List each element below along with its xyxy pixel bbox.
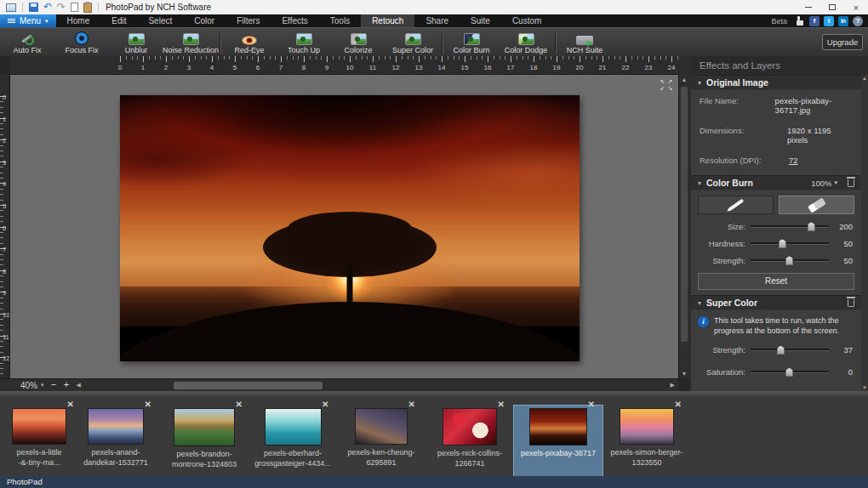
close-icon[interactable]: ✕ (588, 400, 595, 409)
slider-thumb[interactable] (777, 345, 785, 355)
thumbnail-item-selected[interactable]: ✕ pexels-pixabay-36717 (514, 406, 602, 476)
brush-tool-button[interactable] (698, 196, 774, 214)
thumbnail-image[interactable] (88, 408, 144, 445)
scroll-up-icon[interactable]: ▲ (861, 76, 868, 81)
filmstrip-divider[interactable]: ▾ (0, 391, 868, 397)
tab-retouch[interactable]: Retouch (361, 14, 414, 27)
tab-effects[interactable]: Effects (271, 14, 318, 27)
slider-thumb[interactable] (808, 222, 815, 231)
original-image-section-header[interactable]: ▾ Original Image (691, 75, 861, 90)
noise-reduction-button[interactable]: Noise Reduction (163, 29, 218, 56)
delete-effect-icon[interactable] (848, 299, 854, 307)
thumbnail-item[interactable]: ✕ pexels-eberhard-grossgasteiger-4434... (248, 406, 337, 476)
maximize-button[interactable] (820, 0, 844, 14)
close-icon[interactable]: ✕ (145, 400, 151, 409)
scroll-down-icon[interactable]: ▼ (861, 385, 868, 390)
scroll-up-icon[interactable]: ▲ (679, 77, 689, 82)
tab-home[interactable]: Home (56, 14, 101, 27)
close-icon[interactable]: ✕ (67, 400, 74, 409)
new-document-icon[interactable] (71, 3, 78, 12)
close-icon[interactable]: ✕ (675, 400, 682, 409)
close-icon[interactable]: ✕ (322, 400, 328, 409)
saturation-slider[interactable] (751, 366, 829, 377)
close-icon[interactable]: ✕ (498, 400, 505, 409)
close-icon[interactable]: ✕ (236, 400, 243, 409)
undo-icon[interactable]: ↶ (43, 3, 52, 12)
thumbnail-item[interactable]: ✕ pexels-a-little-&-tiny-ma... (7, 406, 71, 476)
color-burn-button[interactable]: Color Burn (444, 29, 499, 56)
nch-suite-button[interactable]: NCH Suite (557, 29, 612, 56)
slider-thumb[interactable] (779, 239, 786, 248)
color-burn-reset-button[interactable]: Reset (698, 273, 854, 290)
scroll-left-icon[interactable]: ◀ (77, 382, 81, 389)
tab-suite[interactable]: Suite (460, 14, 501, 27)
zoom-level[interactable]: 40% (20, 381, 37, 390)
slider-thumb[interactable] (785, 256, 793, 265)
thumbnail-item[interactable]: ✕ pexels-ken-cheung-6295891 (337, 406, 425, 476)
scroll-right-icon[interactable]: ▶ (671, 382, 675, 389)
tab-edit[interactable]: Edit (100, 14, 137, 27)
vertical-scrollbar[interactable]: ▲ ▼ (678, 75, 689, 378)
sc-strength-slider[interactable] (751, 344, 829, 355)
super-color-section-header[interactable]: ▾ Super Color (691, 295, 861, 310)
tab-color[interactable]: Color (183, 14, 226, 27)
thumbnail-image[interactable] (174, 408, 235, 446)
zoom-in-button[interactable]: + (61, 380, 72, 390)
super-color-button[interactable]: Super Color (385, 29, 440, 56)
twitter-icon[interactable]: t (824, 16, 834, 26)
thumbnail-image[interactable] (443, 408, 497, 445)
eraser-tool-button[interactable] (779, 196, 854, 214)
thumbnail-item[interactable]: ✕ pexels-nick-collins-1266741 (425, 406, 514, 476)
delete-effect-icon[interactable] (848, 179, 854, 187)
canvas-workspace[interactable]: ↖↗↙↘ (10, 75, 678, 378)
colorize-button[interactable]: Colorize (331, 29, 385, 56)
tab-share[interactable]: Share (414, 14, 460, 27)
slider-thumb[interactable] (785, 367, 793, 377)
horizontal-scrollbar-track[interactable] (84, 381, 667, 390)
collapse-icon[interactable]: ▾ (698, 179, 701, 187)
thumbnail-item[interactable]: ✕ pexels-simon-berger-1323550 (602, 406, 691, 476)
thumbs-up-icon[interactable] (795, 16, 805, 26)
photo-canvas[interactable] (120, 95, 580, 361)
thumbnail-image[interactable] (12, 408, 66, 445)
linkedin-icon[interactable]: in (838, 16, 848, 26)
tab-filters[interactable]: Filters (226, 14, 271, 27)
focus-fix-button[interactable]: Focus Fix (54, 29, 109, 56)
strength-slider[interactable] (751, 255, 829, 265)
save-icon[interactable] (29, 3, 38, 12)
collapse-icon[interactable]: ▾ (698, 299, 701, 307)
paste-icon[interactable] (83, 3, 92, 13)
fit-to-screen-icon[interactable]: ↖↗↙↘ (659, 78, 674, 92)
redo-icon[interactable]: ↷ (57, 3, 66, 12)
menu-button[interactable]: Menu ▾ (0, 14, 56, 27)
zoom-out-button[interactable]: − (49, 380, 60, 390)
resolution-value-link[interactable]: 72 (789, 156, 798, 165)
facebook-icon[interactable]: f (809, 16, 819, 26)
scroll-down-icon[interactable]: ▼ (679, 371, 689, 377)
tab-select[interactable]: Select (137, 14, 183, 27)
tab-tools[interactable]: Tools (319, 14, 361, 27)
upgrade-button[interactable]: Upgrade (822, 34, 863, 50)
horizontal-scrollbar-thumb[interactable] (174, 382, 323, 389)
minimize-button[interactable] (797, 0, 820, 14)
help-icon[interactable]: ? (853, 16, 863, 26)
thumbnail-item[interactable]: ✕ pexels-anand-dandekar-1532771 (71, 406, 160, 476)
panel-scrollbar[interactable]: ▲ ▼ (861, 75, 868, 391)
color-burn-section-header[interactable]: ▾ Color Burn 100% ▾ (691, 175, 861, 190)
thumbnail-image[interactable] (265, 408, 322, 445)
size-slider[interactable] (751, 221, 829, 231)
zoom-dropdown-icon[interactable]: ▾ (41, 382, 44, 389)
hardness-slider[interactable] (751, 238, 829, 248)
thumbnail-image[interactable] (529, 408, 587, 445)
thumbnail-image[interactable] (620, 408, 674, 445)
vertical-scrollbar-thumb[interactable] (681, 87, 688, 342)
touch-up-button[interactable]: Touch Up (277, 29, 331, 56)
opacity-dropdown[interactable]: 100% ▾ (811, 179, 837, 188)
close-icon[interactable]: ✕ (408, 400, 415, 409)
auto-fix-button[interactable]: Auto Fix (0, 29, 54, 56)
collapse-icon[interactable]: ▾ (698, 79, 701, 87)
unblur-button[interactable]: Unblur (109, 29, 163, 56)
color-dodge-button[interactable]: Color Dodge (499, 29, 553, 56)
tab-custom[interactable]: Custom (501, 14, 552, 27)
thumbnail-image[interactable] (355, 408, 408, 445)
